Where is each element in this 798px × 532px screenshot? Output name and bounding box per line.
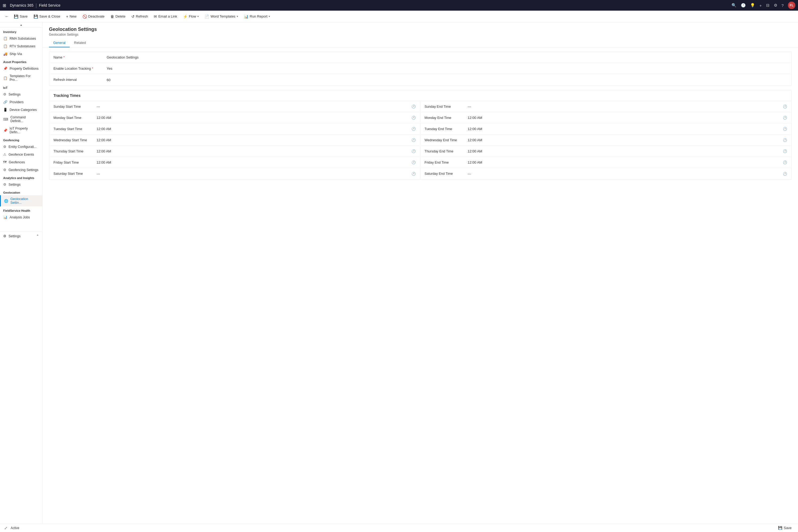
sidebar-item-entity-configurati[interactable]: ⚙ Entity Configurati... [0, 143, 42, 151]
rma-icon: 📋 [3, 36, 7, 40]
start-value-6[interactable]: --- [97, 172, 408, 176]
add-icon[interactable]: + [759, 3, 762, 8]
tab-related[interactable]: Related [70, 39, 90, 48]
start-label-3: Wednesday Start Time [54, 138, 93, 142]
start-value-1[interactable]: 12:00 AM [97, 116, 408, 120]
grid-icon[interactable]: ⊞ [3, 3, 6, 8]
start-clock-5[interactable]: 🕐 [412, 160, 416, 165]
status-save-button[interactable]: 💾 Save [776, 525, 794, 531]
lightbulb-icon[interactable]: 💡 [750, 3, 755, 8]
flow-button[interactable]: ⚡ Flow ▾ [180, 13, 201, 20]
sidebar-item-templates-for-pro[interactable]: 📋 Templates For Pro... [0, 72, 42, 83]
clock-icon[interactable]: 🕐 [741, 3, 746, 8]
sidebar-item-ship-via[interactable]: 🚚 Ship Via [0, 50, 42, 58]
start-label-0: Sunday Start Time [54, 105, 93, 109]
end-label-5: Friday End Time [424, 161, 464, 165]
templates-label: Templates For Pro... [10, 74, 39, 82]
sidebar-item-property-definitions[interactable]: 📌 Property Definitions [0, 65, 42, 72]
save-button[interactable]: 💾 Save [11, 13, 30, 20]
help-icon[interactable]: ? [781, 3, 784, 8]
deactivate-button[interactable]: 🚫 Deactivate [80, 13, 107, 20]
sidebar-bottom: ⚙ Settings ⌃ [0, 232, 42, 240]
word-templates-button[interactable]: 📄 Word Templates ▾ [202, 13, 241, 20]
end-clock-4[interactable]: 🕐 [783, 149, 787, 153]
new-button[interactable]: + New [63, 13, 79, 20]
end-clock-3[interactable]: 🕐 [783, 138, 787, 142]
form-value-refresh-interval[interactable]: 60 [107, 78, 787, 82]
sidebar-section-inventory: Inventory [0, 28, 42, 35]
brand-name[interactable]: Dynamics 365 [10, 3, 34, 7]
sidebar-item-geofencing-settings[interactable]: ⚙ Geofencing Settings [0, 166, 42, 174]
end-label-1: Monday End Time [424, 116, 464, 120]
start-clock-6[interactable]: 🕐 [412, 172, 416, 176]
email-link-button[interactable]: ✉ Email a Link [151, 13, 180, 20]
end-clock-2[interactable]: 🕐 [783, 127, 787, 131]
end-clock-1[interactable]: 🕐 [783, 116, 787, 120]
page-header: Geolocation Settings Geolocation Setting… [42, 22, 798, 36]
sidebar-item-analytics-settings[interactable]: ⚙ Settings [0, 180, 42, 188]
start-value-2[interactable]: 12:00 AM [97, 127, 408, 131]
end-label-3: Wednesday End Time [424, 138, 464, 142]
sidebar-scroll-up[interactable]: ▲ [0, 22, 42, 28]
end-value-0[interactable]: --- [468, 104, 780, 109]
end-clock-5[interactable]: 🕐 [783, 160, 787, 165]
delete-button[interactable]: 🗑 Delete [108, 13, 128, 20]
settings-nav-item[interactable]: ⚙ Settings ⌃ [0, 232, 42, 240]
email-link-label: Email a Link [158, 14, 177, 18]
end-value-3[interactable]: 12:00 AM [468, 138, 780, 142]
user-avatar[interactable]: FL [788, 2, 795, 9]
command-def-label: Command Definiti... [11, 115, 39, 123]
sidebar-item-command-defini[interactable]: ⌨ Command Definiti... [0, 114, 42, 125]
start-clock-1[interactable]: 🕐 [412, 116, 416, 120]
sidebar-item-providers[interactable]: 🔗 Providers [0, 98, 42, 106]
expand-icon[interactable]: ⤢ [4, 526, 7, 530]
form-section: Name * Geolocation Settings Enable Locat… [49, 52, 792, 86]
ship-label: Ship Via [10, 52, 22, 56]
start-clock-0[interactable]: 🕐 [412, 104, 416, 109]
end-label-0: Sunday End Time [424, 105, 464, 109]
geolocation-label: Geolocation Settin... [11, 197, 39, 205]
end-value-5[interactable]: 12:00 AM [468, 160, 780, 165]
deactivate-label: Deactivate [88, 14, 104, 18]
sidebar-item-iot-property-defin[interactable]: 📌 IoT Property Defin... [0, 125, 42, 136]
sidebar-item-geofence-events[interactable]: ⚠ Geofence Events [0, 151, 42, 158]
search-icon[interactable]: 🔍 [732, 3, 737, 8]
start-clock-3[interactable]: 🕐 [412, 138, 416, 142]
start-clock-2[interactable]: 🕐 [412, 127, 416, 131]
sidebar-item-analysis-jobs[interactable]: 📊 Analysis Jobs [0, 213, 42, 221]
start-value-0[interactable]: --- [97, 104, 408, 109]
end-value-2[interactable]: 12:00 AM [468, 127, 780, 131]
refresh-button[interactable]: ↺ Refresh [129, 13, 151, 20]
content-area: Geolocation Settings Geolocation Setting… [42, 22, 798, 524]
settings-icon[interactable]: ⚙ [774, 3, 777, 8]
run-report-button[interactable]: 📊 Run Report ▾ [241, 13, 273, 20]
rtv-icon: 📋 [3, 44, 7, 48]
end-clock-0[interactable]: 🕐 [783, 104, 787, 109]
start-value-3[interactable]: 12:00 AM [97, 138, 408, 142]
tracking-end-row-0: Sunday End Time --- 🕐 [420, 101, 791, 112]
filter-icon[interactable]: ⊟ [766, 3, 770, 8]
sidebar-item-iot-settings[interactable]: ⚙ Settings [0, 91, 42, 98]
back-button[interactable]: ← [3, 13, 11, 20]
sidebar-item-rtv-substatuses[interactable]: 📋 RTV Substatuses [0, 42, 42, 50]
sidebar-item-rma-substatuses[interactable]: 📋 RMA Substatuses [0, 35, 42, 42]
sidebar-item-geofences[interactable]: 🗺 Geofences [0, 158, 42, 166]
tracking-row-5: Friday Start Time 12:00 AM 🕐 [49, 157, 420, 168]
end-value-4[interactable]: 12:00 AM [468, 149, 780, 153]
start-clock-4[interactable]: 🕐 [412, 149, 416, 153]
save-close-button[interactable]: 💾 Save & Close [31, 13, 63, 20]
start-value-5[interactable]: 12:00 AM [97, 160, 408, 165]
tab-general[interactable]: General [49, 39, 70, 48]
form-value-enable-location[interactable]: Yes [107, 66, 787, 71]
end-clock-6[interactable]: 🕐 [783, 172, 787, 176]
tracking-times-grid: Sunday Start Time --- 🕐 Monday Start Tim… [49, 101, 791, 179]
sidebar-item-geolocation-settings[interactable]: 🌐 Geolocation Settin... [0, 195, 42, 206]
collapse-icon: ⌃ [36, 234, 39, 238]
brand-separator: | [36, 3, 37, 8]
start-value-4[interactable]: 12:00 AM [97, 149, 408, 153]
form-value-name[interactable]: Geolocation Settings [107, 55, 787, 59]
prop-def-label: Property Definitions [10, 67, 39, 71]
sidebar-item-device-categories[interactable]: 📱 Device Categories [0, 106, 42, 114]
end-value-1[interactable]: 12:00 AM [468, 116, 780, 120]
end-value-6[interactable]: --- [468, 172, 780, 176]
